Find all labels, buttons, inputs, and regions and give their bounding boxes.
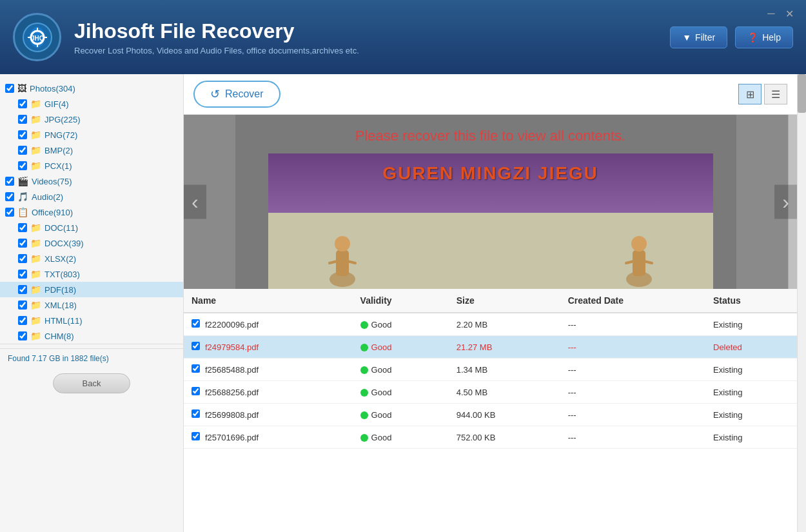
sidebar-label-doc: DOC(11) xyxy=(44,223,78,233)
row-checkbox[interactable] xyxy=(192,432,200,440)
sidebar-checkbox-doc[interactable] xyxy=(18,223,27,232)
sidebar-checkbox-chm[interactable] xyxy=(18,331,27,340)
sidebar-label-xlsx: XLSX(2) xyxy=(44,254,76,264)
row-checkbox[interactable] xyxy=(192,319,200,328)
sidebar-item-gif[interactable]: 📁GIF(4) xyxy=(0,96,183,112)
sidebar-item-docx[interactable]: 📁DOCX(39) xyxy=(0,235,183,251)
back-button[interactable]: Back xyxy=(53,373,130,393)
help-label: Help xyxy=(762,32,781,43)
sidebar-checkbox-photos[interactable] xyxy=(5,84,14,93)
sidebar-item-pcx[interactable]: 📁PCX(1) xyxy=(0,158,183,173)
sidebar-checkbox-docx[interactable] xyxy=(18,239,27,248)
sidebar-checkbox-videos[interactable] xyxy=(5,177,14,186)
col-size: Size xyxy=(449,289,560,313)
sidebar-label-jpg: JPG(225) xyxy=(44,115,81,124)
file-table: Name Validity Size Created Date Status f… xyxy=(184,289,797,532)
cell-date: --- xyxy=(560,336,705,359)
sidebar-label-xml: XML(18) xyxy=(44,300,77,310)
grid-view-icon: ⊞ xyxy=(746,88,754,101)
minimize-button[interactable]: ─ xyxy=(765,8,778,20)
validity-dot-icon xyxy=(360,389,368,397)
sidebar-checkbox-gif[interactable] xyxy=(18,99,27,108)
sidebar-checkbox-pdf[interactable] xyxy=(18,285,27,294)
sidebar-icon-txt: 📁 xyxy=(30,269,41,279)
sidebar-item-png[interactable]: 📁PNG(72) xyxy=(0,127,183,143)
list-view-button[interactable]: ☰ xyxy=(764,84,787,104)
sidebar-checkbox-bmp[interactable] xyxy=(18,146,27,155)
help-icon: ❓ xyxy=(747,32,758,43)
sidebar-icon-png: 📁 xyxy=(30,130,41,140)
sidebar-checkbox-audio[interactable] xyxy=(5,192,14,201)
table-row[interactable]: f25688256.pdfGood4.50 MB---Existing xyxy=(184,381,797,404)
sidebar-item-html[interactable]: 📁HTML(11) xyxy=(0,313,183,328)
prev-arrow[interactable]: ‹ xyxy=(184,185,206,219)
sidebar-item-videos[interactable]: 🎬Videos(75) xyxy=(0,173,183,189)
sidebar-label-html: HTML(11) xyxy=(44,316,83,326)
validity-text: Good xyxy=(371,433,392,442)
validity-text: Good xyxy=(371,320,392,330)
sidebar-checkbox-pcx[interactable] xyxy=(18,161,27,170)
filter-button[interactable]: ▼ Filter xyxy=(670,26,727,48)
sidebar-item-bmp[interactable]: 📁BMP(2) xyxy=(0,143,183,158)
sidebar-item-pdf[interactable]: 📁PDF(18) xyxy=(0,282,183,297)
sidebar-checkbox-png[interactable] xyxy=(18,130,27,139)
sidebar-item-office[interactable]: 📋Office(910) xyxy=(0,204,183,220)
sidebar-icon-photos: 🖼 xyxy=(17,83,26,94)
validity-text: Good xyxy=(371,342,392,352)
titlebar-action-buttons: ▼ Filter ❓ Help xyxy=(670,26,793,48)
cell-filename-text: f25685488.pdf xyxy=(205,365,259,375)
sidebar-item-jpg[interactable]: 📁JPG(225) xyxy=(0,112,183,127)
sidebar-checkbox-xlsx[interactable] xyxy=(18,254,27,263)
table-row[interactable]: f25701696.pdfGood752.00 KB---Existing xyxy=(184,426,797,449)
sidebar-item-audio[interactable]: 🎵Audio(2) xyxy=(0,189,183,204)
table-row[interactable]: f24979584.pdfGood21.27 MB---Deleted xyxy=(184,336,797,359)
table-row[interactable]: f25699808.pdfGood944.00 KB---Existing xyxy=(184,404,797,426)
cell-size: 2.20 MB xyxy=(449,313,560,336)
cell-size: 944.00 KB xyxy=(449,404,560,426)
sidebar-label-txt: TXT(803) xyxy=(44,270,80,279)
sidebar-item-xml[interactable]: 📁XML(18) xyxy=(0,297,183,313)
cell-validity: Good xyxy=(353,404,449,426)
cell-status: Existing xyxy=(705,359,797,381)
sidebar-label-videos: Videos(75) xyxy=(32,177,72,186)
cell-date: --- xyxy=(560,404,705,426)
app-title: Jihosoft File Recovery xyxy=(74,19,670,43)
sidebar-checkbox-html[interactable] xyxy=(18,316,27,325)
row-checkbox[interactable] xyxy=(192,342,200,350)
cell-filename: f24979584.pdf xyxy=(184,336,353,359)
cell-size: 4.50 MB xyxy=(449,381,560,404)
help-button[interactable]: ❓ Help xyxy=(735,26,793,48)
cell-date: --- xyxy=(560,381,705,404)
svg-rect-4 xyxy=(336,250,349,276)
sidebar-checkbox-xml[interactable] xyxy=(18,300,27,310)
next-arrow[interactable]: › xyxy=(774,185,797,219)
preview-image-container: GUREN MINGZI JIEGU xyxy=(268,153,713,289)
sidebar-item-doc[interactable]: 📁DOC(11) xyxy=(0,220,183,235)
sidebar-checkbox-txt[interactable] xyxy=(18,270,27,279)
sidebar-footer: Found 7.17 GB in 1882 file(s) xyxy=(0,348,183,368)
sidebar-label-gif: GIF(4) xyxy=(44,99,69,109)
sidebar-item-txt[interactable]: 📁TXT(803) xyxy=(0,266,183,282)
files-table: Name Validity Size Created Date Status f… xyxy=(184,289,797,449)
table-row[interactable]: f25685488.pdfGood1.34 MB---Existing xyxy=(184,359,797,381)
sidebar-item-photos[interactable]: 🖼Photos(304) xyxy=(0,81,183,96)
sidebar-checkbox-office[interactable] xyxy=(5,208,14,217)
validity-text: Good xyxy=(371,388,392,397)
table-row[interactable]: f22200096.pdfGood2.20 MB---Existing xyxy=(184,313,797,336)
close-button[interactable]: ✕ xyxy=(783,8,796,20)
list-view-icon: ☰ xyxy=(771,88,780,101)
recover-button[interactable]: ↺ Recover xyxy=(193,81,280,108)
cell-filename: f25699808.pdf xyxy=(184,404,353,426)
filter-label: Filter xyxy=(695,32,715,43)
grid-view-button[interactable]: ⊞ xyxy=(738,84,762,104)
sidebar-checkbox-jpg[interactable] xyxy=(18,115,27,124)
sidebar-item-chm[interactable]: 📁CHM(8) xyxy=(0,328,183,344)
row-checkbox[interactable] xyxy=(192,387,200,395)
row-checkbox[interactable] xyxy=(192,364,200,373)
row-checkbox[interactable] xyxy=(192,409,200,418)
sidebar-icon-doc: 📁 xyxy=(30,222,41,233)
sidebar-item-xlsx[interactable]: 📁XLSX(2) xyxy=(0,251,183,266)
table-scrollbar[interactable] xyxy=(797,74,806,532)
sidebar-icon-pdf: 📁 xyxy=(30,284,41,295)
sidebar-icon-xlsx: 📁 xyxy=(30,253,41,264)
